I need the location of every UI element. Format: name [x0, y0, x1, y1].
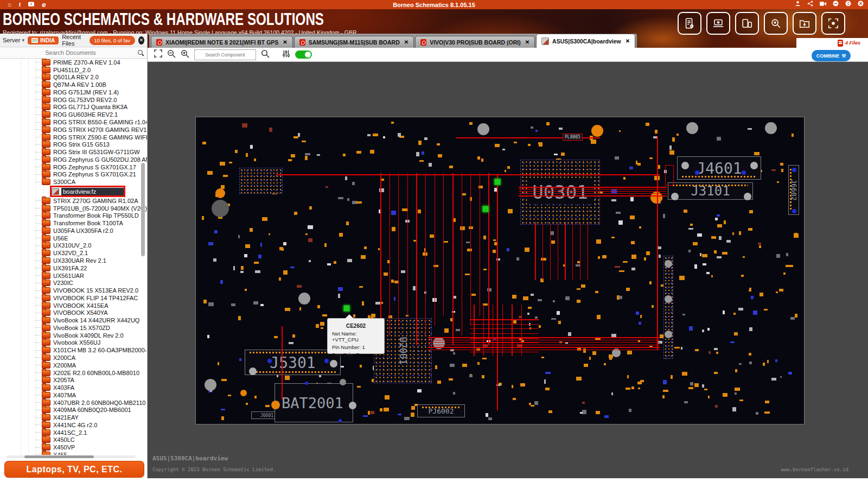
- tree-item[interactable]: X202E R2.0 60NB00L0-MB8010: [0, 369, 147, 377]
- tab-samsung-sm-m115[interactable]: SAMSUNG|SM-M115|SUB BOARD ✕: [294, 36, 414, 48]
- tab-close-icon[interactable]: ✕: [283, 39, 287, 45]
- recent-files-label[interactable]: Recent Files: [62, 34, 86, 47]
- tree-item-file[interactable]: boardview.fz: [50, 186, 125, 197]
- tree-item[interactable]: X403FA: [0, 384, 147, 391]
- tree-item[interactable]: TP501UB_(I5-7200U 940MX (V2G)) Rev 2: [0, 205, 147, 212]
- connector-pj6002[interactable]: PJ6002: [417, 404, 465, 417]
- search-documents-input[interactable]: [3, 49, 138, 56]
- tree-item[interactable]: X450LC: [0, 436, 147, 444]
- fullscreen-scan-icon[interactable]: [821, 12, 845, 35]
- probed-component[interactable]: [494, 179, 501, 185]
- tree-item[interactable]: X101CH MB 3.2 60-OA3PMB2000-I11: [0, 346, 147, 354]
- zoom-out-icon[interactable]: [167, 49, 176, 60]
- tree-item[interactable]: S300CA: [0, 178, 147, 186]
- tree-item[interactable]: VIVOBOOK FLIP 14 TP412FAC: [0, 294, 147, 302]
- files-count-badge[interactable]: 10 files, 0 of fav: [90, 36, 136, 45]
- tree-item[interactable]: X441SC_2.1: [0, 429, 147, 436]
- tree-item[interactable]: UX561UAR: [0, 272, 147, 280]
- tree-item[interactable]: U305FA UX305FA r2.0: [0, 227, 147, 235]
- minimize-icon[interactable]: [833, 1, 839, 7]
- connector-j4601[interactable]: J4601: [677, 156, 761, 180]
- layers-toggle[interactable]: [295, 50, 312, 59]
- tree-item[interactable]: ROG GL753VD REV2.0: [0, 96, 147, 104]
- combine-button[interactable]: COMBINE ⚒: [812, 50, 851, 61]
- tree-item[interactable]: UX310UV_2.0: [0, 242, 147, 250]
- tree-item[interactable]: ROG Strix G15 G513: [0, 141, 147, 148]
- tree-item[interactable]: X205TA: [0, 376, 147, 384]
- tree-item[interactable]: PRIME Z370-A REV 1.04: [0, 59, 147, 66]
- tree-item[interactable]: Transformer Book T100TA: [0, 219, 147, 227]
- tree-item[interactable]: V230IC: [0, 279, 147, 287]
- tree-item[interactable]: X455: [0, 451, 147, 455]
- bga-chip-u0301[interactable]: U0301: [520, 160, 600, 225]
- search-icon[interactable]: [261, 49, 270, 60]
- vertical-scrollbar-thumb[interactable]: [141, 163, 145, 256]
- search-zoom-icon[interactable]: [764, 12, 788, 35]
- tree-item[interactable]: X409MA 60NB0Q20-MB6001: [0, 406, 147, 414]
- tab-close-icon[interactable]: ✕: [626, 38, 630, 44]
- tree-item[interactable]: PU451LD_2.0: [0, 66, 147, 74]
- tree-item[interactable]: Transformer Book Flip TP550LD: [0, 212, 147, 220]
- user-icon[interactable]: [795, 1, 801, 7]
- connector-j6602[interactable]: J6602: [788, 165, 799, 215]
- pcb-board[interactable]: U0301U2001J4601J3101J5301J6602PJ6002J660…: [195, 117, 805, 424]
- tab-asus-s300ca-boardview[interactable]: ASUS|S300CA|boardview ✕: [536, 34, 635, 48]
- connector-j5301[interactable]: J5301: [245, 350, 341, 375]
- search-component-input[interactable]: [194, 49, 256, 60]
- tree-item[interactable]: VivoBook X409DL Rev 2.0: [0, 332, 147, 339]
- tree-item[interactable]: Q501LA REV 2.0: [0, 74, 147, 81]
- tree-item[interactable]: ROG GU603HE REV2.1: [0, 111, 147, 118]
- tree-item[interactable]: VivoBook 15 X570ZD: [0, 324, 147, 332]
- tree-item[interactable]: X200MA: [0, 362, 147, 369]
- country-button[interactable]: INDIA: [28, 36, 59, 45]
- close-icon[interactable]: [858, 1, 864, 7]
- tab-xiaomi-redmi-note8[interactable]: XIAOMI|REDMI NOTE 8 2021|WIFI BT GPS ✕: [151, 36, 293, 48]
- tree-item[interactable]: X407MA: [0, 391, 147, 399]
- tree-item[interactable]: UX330UAR Rev 2.1: [0, 257, 147, 264]
- category-button[interactable]: Laptops, TV, PC, ETC.: [4, 461, 144, 478]
- sidebar-close-icon[interactable]: ✕: [138, 36, 144, 45]
- tree-item[interactable]: STRIX Z270G GAMING R1.02A: [0, 197, 147, 205]
- tree-item[interactable]: UX32VD_2.1: [0, 249, 147, 257]
- tree-item[interactable]: Vivobook X556UJ: [0, 339, 147, 347]
- filter-sliders-icon[interactable]: [282, 49, 290, 60]
- tree-item[interactable]: VivoBook 14 X442URR X442UQ: [0, 316, 147, 324]
- tab-vivo-v30-pro[interactable]: VIVO|V30 PRO|SUB BOARD (ORI) ✕: [415, 36, 535, 48]
- tree-item[interactable]: ROG GL771J Quanta BK3A: [0, 104, 147, 111]
- tree-item[interactable]: U56E: [0, 235, 147, 242]
- tree-item[interactable]: VIVOBOOK X415EA: [0, 302, 147, 309]
- schematic-reader-icon[interactable]: [678, 12, 701, 35]
- tree-item[interactable]: ROG STRIX H270I GAMING REV1.01A: [0, 126, 147, 134]
- probed-component[interactable]: [343, 305, 350, 312]
- search-icon[interactable]: [138, 50, 144, 56]
- folder-download-icon[interactable]: [793, 12, 816, 35]
- tree-item[interactable]: ROG Zephyrus S GX701GX.21: [0, 170, 147, 178]
- tab-close-icon[interactable]: ✕: [525, 39, 529, 45]
- tree-item[interactable]: ROG Zephyrus G GU502DU.208 AMD: [0, 156, 147, 163]
- device-link-icon[interactable]: [735, 12, 759, 35]
- tree-item[interactable]: X407UBR 2.0 60NB0HQ0-MB2110 X407UB: [0, 399, 147, 407]
- probed-component[interactable]: [482, 206, 489, 212]
- tree-item[interactable]: X421EAY: [0, 414, 147, 421]
- tree-item[interactable]: ROG G751JM (REV 1.4): [0, 88, 147, 96]
- maximize-icon[interactable]: [845, 1, 851, 7]
- server-dropdown[interactable]: Server: [3, 37, 24, 43]
- connector-j3101[interactable]: J3101: [668, 182, 753, 200]
- fit-screen-icon[interactable]: [154, 49, 162, 60]
- battery-bat2001[interactable]: BAT2001: [275, 383, 353, 422]
- tree-item[interactable]: VIVOBOOK 15 X513EA REV2.0: [0, 287, 147, 294]
- tree-item[interactable]: X441NC 4G r2.0: [0, 421, 147, 429]
- tree-item[interactable]: X450VP: [0, 443, 147, 451]
- tree-item[interactable]: X200CA: [0, 354, 147, 362]
- tree-item[interactable]: VIVOBOOK X540YA: [0, 309, 147, 317]
- tab-close-icon[interactable]: ✕: [404, 39, 409, 45]
- laptop-icon[interactable]: [706, 12, 730, 35]
- tree-item[interactable]: ROG STRIX B550-E GAMING r1.04X: [0, 118, 147, 126]
- tree-item[interactable]: UX391FA.22: [0, 264, 147, 272]
- tree-item[interactable]: ROG Strix III G531GW-G711GW: [0, 148, 147, 156]
- horizontal-scrollbar-thumb[interactable]: [24, 455, 94, 458]
- zoom-in-icon[interactable]: [181, 49, 189, 60]
- screen-record-icon[interactable]: [820, 1, 826, 7]
- share-icon[interactable]: [807, 1, 813, 7]
- tree-item[interactable]: Q87M-A REV 1.00B: [0, 81, 147, 88]
